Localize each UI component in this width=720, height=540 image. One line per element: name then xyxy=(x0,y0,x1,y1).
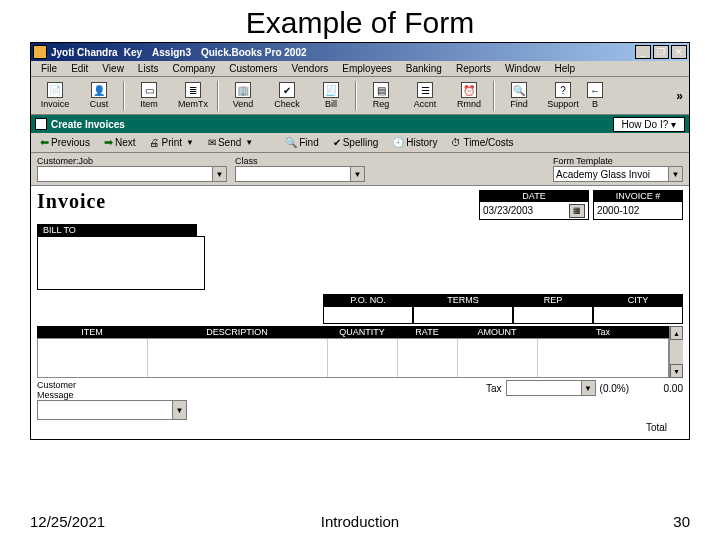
grid-scrollbar[interactable]: ▲ ▼ xyxy=(669,326,683,378)
scroll-down-icon[interactable]: ▼ xyxy=(670,364,683,378)
nav-history[interactable]: 🕘History xyxy=(387,135,442,150)
invoice-no-label: INVOICE # xyxy=(593,190,683,202)
billto-textarea[interactable] xyxy=(37,236,205,290)
chevron-down-icon[interactable]: ▼ xyxy=(350,167,364,181)
chevron-down-icon[interactable]: ▼ xyxy=(212,167,226,181)
menu-lists[interactable]: Lists xyxy=(132,62,165,75)
template-combo[interactable]: Academy Glass Invoi ▼ xyxy=(553,166,683,182)
tb-item[interactable]: ▭Item xyxy=(127,79,171,113)
menu-employees[interactable]: Employees xyxy=(336,62,397,75)
tb-invoice[interactable]: 📄Invoice xyxy=(33,79,77,113)
terms-field[interactable] xyxy=(413,306,513,324)
item-icon: ▭ xyxy=(141,82,157,98)
desc-col-label: DESCRIPTION xyxy=(147,326,327,338)
line-items-grid[interactable] xyxy=(37,338,669,378)
tb-memtx[interactable]: ≣MemTx xyxy=(171,79,215,113)
city-field[interactable] xyxy=(593,306,683,324)
tax-amount: 0.00 xyxy=(633,383,683,394)
form-nav-toolbar: ⬅Previous ➡Next 🖨Print▼ ✉Send▼ 🔍Find ✔Sp… xyxy=(31,133,689,153)
customer-job-label: Customer:Job xyxy=(37,156,227,166)
menu-customers[interactable]: Customers xyxy=(223,62,283,75)
print-icon: 🖨 xyxy=(149,137,159,148)
restore-button[interactable]: ❐ xyxy=(653,45,669,59)
class-combo[interactable]: ▼ xyxy=(235,166,365,182)
bill-icon: 🧾 xyxy=(323,82,339,98)
nav-find[interactable]: 🔍Find xyxy=(280,135,323,150)
account-icon: ☰ xyxy=(417,82,433,98)
rep-field[interactable] xyxy=(513,306,593,324)
chevron-down-icon[interactable]: ▼ xyxy=(668,167,682,181)
nav-send[interactable]: ✉Send▼ xyxy=(203,135,258,150)
nav-previous[interactable]: ⬅Previous xyxy=(35,134,95,151)
close-button[interactable]: ✕ xyxy=(671,45,687,59)
scroll-up-icon[interactable]: ▲ xyxy=(670,326,683,340)
history-icon: 🕘 xyxy=(392,137,404,148)
qty-col-label: QUANTITY xyxy=(327,326,397,338)
tb-reg[interactable]: ▤Reg xyxy=(359,79,403,113)
subwindow-icon xyxy=(35,118,47,130)
menu-reports[interactable]: Reports xyxy=(450,62,497,75)
title-app: Quick.Books Pro 2002 xyxy=(201,47,307,58)
menu-window[interactable]: Window xyxy=(499,62,547,75)
city-label: CITY xyxy=(593,294,683,306)
tb-find[interactable]: 🔍Find xyxy=(497,79,541,113)
customer-job-combo[interactable]: ▼ xyxy=(37,166,227,182)
nav-next[interactable]: ➡Next xyxy=(99,134,141,151)
date-value: 03/23/2003 xyxy=(483,205,533,216)
tb-rmnd[interactable]: ⏰Rmnd xyxy=(447,79,491,113)
time-icon: ⏱ xyxy=(451,137,461,148)
minimize-button[interactable]: _ xyxy=(635,45,651,59)
invoice-no-field[interactable]: 2000-102 xyxy=(593,202,683,220)
tb-bill[interactable]: 🧾Bill xyxy=(309,79,353,113)
menu-banking[interactable]: Banking xyxy=(400,62,448,75)
toolbar-overflow[interactable]: » xyxy=(676,89,687,103)
how-do-i-button[interactable]: How Do I? ▾ xyxy=(613,117,685,132)
nav-timecosts[interactable]: ⏱Time/Costs xyxy=(446,135,518,150)
subwindow-title-bar: Create Invoices How Do I? ▾ xyxy=(31,115,689,133)
nav-print[interactable]: 🖨Print▼ xyxy=(144,135,198,150)
class-label: Class xyxy=(235,156,365,166)
menu-vendors[interactable]: Vendors xyxy=(286,62,335,75)
tb-sep xyxy=(355,81,357,111)
menu-view[interactable]: View xyxy=(96,62,130,75)
spelling-icon: ✔ xyxy=(333,137,341,148)
tb-b[interactable]: ←B xyxy=(585,79,605,113)
title-key: Key xyxy=(124,47,142,58)
tb-support[interactable]: ?Support xyxy=(541,79,585,113)
chevron-down-icon[interactable]: ▼ xyxy=(581,381,595,395)
tb-cust[interactable]: 👤Cust xyxy=(77,79,121,113)
pono-field[interactable] xyxy=(323,306,413,324)
page-number: 30 xyxy=(673,513,690,530)
nav-spelling[interactable]: ✔Spelling xyxy=(328,135,384,150)
date-field[interactable]: 03/23/2003 ▦ xyxy=(479,202,589,220)
subwindow-title: Create Invoices xyxy=(51,119,125,130)
menu-file[interactable]: File xyxy=(35,62,63,75)
invoice-no-value: 2000-102 xyxy=(597,205,639,216)
billto-label: BILL TO xyxy=(37,224,197,236)
calendar-icon[interactable]: ▦ xyxy=(569,204,585,218)
customer-message-combo[interactable]: ▼ xyxy=(37,400,187,420)
tb-sep xyxy=(123,81,125,111)
tax-percent: (0.0%) xyxy=(600,383,629,394)
tb-vend[interactable]: 🏢Vend xyxy=(221,79,265,113)
tax-combo[interactable]: ▼ xyxy=(506,380,596,396)
terms-label: TERMS xyxy=(413,294,513,306)
menu-edit[interactable]: Edit xyxy=(65,62,94,75)
footer-center: Introduction xyxy=(321,513,399,530)
menu-company[interactable]: Company xyxy=(166,62,221,75)
invoice-title: Invoice xyxy=(37,190,106,213)
tb-sep xyxy=(217,81,219,111)
app-icon xyxy=(33,45,47,59)
title-assign: Assign3 xyxy=(152,47,191,58)
send-icon: ✉ xyxy=(208,137,216,148)
chevron-down-icon: ▼ xyxy=(245,138,253,147)
chevron-down-icon[interactable]: ▼ xyxy=(172,401,186,419)
tb-check[interactable]: ✔Check xyxy=(265,79,309,113)
menu-help[interactable]: Help xyxy=(549,62,582,75)
item-col-label: ITEM xyxy=(37,326,147,338)
support-icon: ? xyxy=(555,82,571,98)
tb-accnt[interactable]: ☰Accnt xyxy=(403,79,447,113)
arrow-left-icon: ⬅ xyxy=(40,136,49,149)
tb-sep xyxy=(493,81,495,111)
form-meta-row: Customer:Job ▼ Class ▼ Form Template Aca… xyxy=(31,153,689,185)
